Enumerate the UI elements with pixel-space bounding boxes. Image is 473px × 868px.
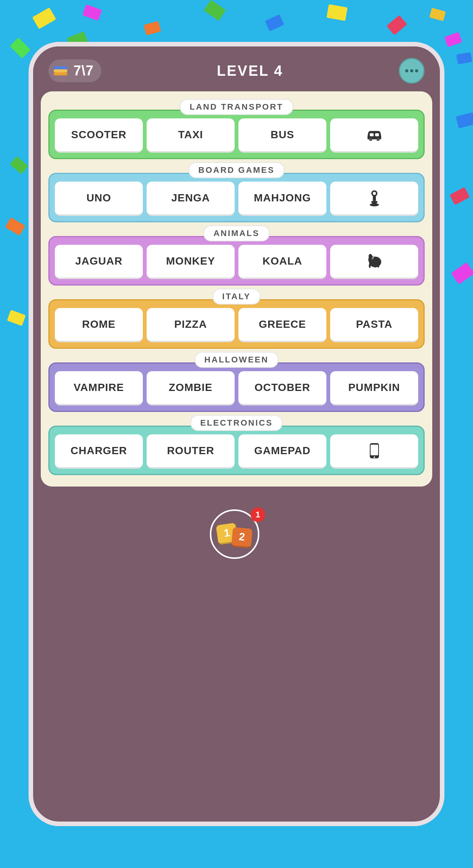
tile-uno[interactable]: UNO	[55, 182, 143, 216]
level-title: LEVEL 4	[217, 63, 283, 79]
category-row-electronics: CHARGER ROUTER GAMEPAD	[48, 426, 425, 475]
svg-point-12	[373, 192, 376, 195]
menu-dot	[410, 69, 413, 72]
svg-point-6	[377, 138, 380, 141]
category-row-land-transport: SCOOTER TAXI BUS	[48, 110, 425, 159]
tile-bus[interactable]: BUS	[238, 118, 326, 153]
menu-dots	[405, 69, 418, 72]
confetti	[326, 4, 347, 21]
game-board: LAND TRANSPORT SCOOTER TAXI BUS BOA	[41, 91, 432, 487]
svg-rect-1	[54, 69, 67, 72]
tile-greece[interactable]: GREECE	[238, 308, 326, 342]
tile-jaguar[interactable]: JAGUAR	[55, 245, 143, 279]
category-label-italy: ITALY	[213, 289, 261, 305]
elephant-icon	[364, 251, 384, 271]
confetti	[144, 21, 161, 35]
confetti	[5, 217, 25, 236]
confetti	[10, 37, 30, 58]
category-label-halloween: HALLOWEEN	[195, 352, 279, 368]
category-row-halloween: VAMPIRE ZOMBIE OCTOBER PUMPKIN	[48, 362, 425, 412]
tile-scooter[interactable]: SCOOTER	[55, 118, 143, 153]
tile-pasta[interactable]: PASTA	[330, 308, 418, 342]
tile-chess-icon[interactable]	[330, 182, 418, 216]
dice-button[interactable]: 1 1 2	[210, 509, 263, 563]
tile-rome[interactable]: ROME	[55, 308, 143, 342]
confetti	[456, 52, 472, 64]
tile-koala[interactable]: KOALA	[238, 245, 326, 279]
phone-icon	[364, 441, 384, 461]
confetti	[82, 4, 102, 21]
tile-jenga[interactable]: JENGA	[147, 182, 235, 216]
layers-icon	[52, 62, 69, 79]
svg-point-18	[374, 264, 376, 268]
score-display: 7\7	[74, 63, 94, 79]
tile-charger[interactable]: CHARGER	[55, 434, 143, 469]
car-icon	[364, 125, 384, 145]
category-halloween: HALLOWEEN VAMPIRE ZOMBIE OCTOBER PUMPKIN	[48, 352, 425, 412]
svg-rect-3	[370, 133, 374, 136]
menu-button[interactable]	[399, 58, 425, 84]
bottom-section: 1 1 2	[33, 487, 440, 563]
svg-point-19	[377, 264, 379, 268]
category-board-games: BOARD GAMES UNO JENGA MAHJONG	[48, 162, 425, 222]
tile-october[interactable]: OCTOBER	[238, 371, 326, 405]
menu-dot	[405, 69, 408, 72]
category-land-transport: LAND TRANSPORT SCOOTER TAXI BUS	[48, 99, 425, 159]
category-row-italy: ROME PIZZA GREECE PASTA	[48, 299, 425, 349]
confetti	[450, 187, 470, 205]
confetti	[204, 0, 226, 21]
chess-icon	[364, 188, 384, 208]
svg-rect-9	[371, 201, 377, 203]
confetti	[32, 7, 56, 29]
tile-pumpkin[interactable]: PUMPKIN	[330, 371, 418, 405]
confetti	[444, 32, 462, 47]
confetti	[387, 15, 407, 35]
score-badge: 7\7	[48, 59, 101, 82]
phone-frame: 7\7 LEVEL 4 LAND TRANSPORT SCOOTER TAXI …	[29, 42, 444, 826]
notification-badge: 1	[251, 507, 265, 522]
tile-monkey[interactable]: MONKEY	[147, 245, 235, 279]
svg-rect-4	[375, 133, 379, 136]
tile-pizza[interactable]: PIZZA	[147, 308, 235, 342]
tile-phone-icon[interactable]	[330, 434, 418, 469]
category-label-board-games: BOARD GAMES	[189, 162, 284, 178]
menu-dot	[415, 69, 418, 72]
category-label-animals: ANIMALS	[203, 225, 269, 241]
category-row-animals: JAGUAR MONKEY KOALA	[48, 236, 425, 286]
tile-gamepad[interactable]: GAMEPAD	[238, 434, 326, 469]
notification-count: 1	[256, 510, 260, 520]
tile-zombie[interactable]: ZOMBIE	[147, 371, 235, 405]
tile-router[interactable]: ROUTER	[147, 434, 235, 469]
svg-point-22	[374, 456, 375, 458]
tile-mahjong[interactable]: MAHJONG	[238, 182, 326, 216]
dice-tiles: 1 2	[215, 524, 254, 544]
confetti	[7, 310, 26, 326]
tile-taxi[interactable]: TAXI	[147, 118, 235, 153]
svg-point-5	[369, 138, 372, 141]
svg-rect-21	[371, 445, 378, 455]
dice-tile-2: 2	[231, 527, 252, 548]
header: 7\7 LEVEL 4	[33, 46, 440, 91]
svg-rect-10	[373, 196, 376, 201]
svg-rect-0	[54, 72, 67, 75]
category-animals: ANIMALS JAGUAR MONKEY KOALA	[48, 225, 425, 286]
category-italy: ITALY ROME PIZZA GREECE PASTA	[48, 289, 425, 349]
confetti	[451, 262, 473, 284]
confetti	[456, 112, 473, 129]
tile-elephant-icon[interactable]	[330, 245, 418, 279]
category-label-electronics: ELECTRONICS	[190, 415, 283, 431]
confetti	[10, 156, 29, 174]
confetti	[265, 14, 284, 32]
category-electronics: ELECTRONICS CHARGER ROUTER GAMEPAD	[48, 415, 425, 475]
tile-car-icon[interactable]	[330, 118, 418, 153]
tile-vampire[interactable]: VAMPIRE	[55, 371, 143, 405]
confetti	[429, 8, 446, 21]
svg-point-16	[372, 258, 373, 259]
svg-rect-2	[54, 66, 67, 69]
category-row-board-games: UNO JENGA MAHJONG	[48, 173, 425, 222]
category-label-land-transport: LAND TRANSPORT	[180, 99, 293, 115]
